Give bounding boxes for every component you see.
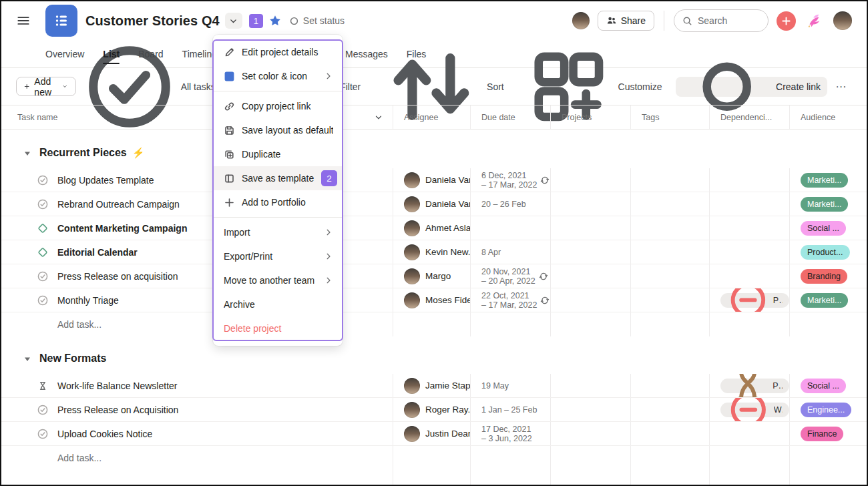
column-header-due-date[interactable]: Due date <box>471 105 551 129</box>
sidebar-toggle-icon[interactable] <box>16 13 31 28</box>
audience-tag[interactable]: Branding <box>801 269 847 284</box>
add-new-button[interactable]: Add new <box>16 77 76 96</box>
column-header-dependenci[interactable]: Dependenci... <box>710 105 790 129</box>
audience-tag[interactable]: Enginee... <box>801 403 851 417</box>
tab-files[interactable]: Files <box>407 40 427 67</box>
assignee-cell[interactable]: Justin Dean <box>393 422 471 445</box>
check-icon[interactable] <box>37 429 48 439</box>
tags-cell[interactable] <box>631 398 710 421</box>
star-icon[interactable] <box>268 14 282 27</box>
triangle-down-icon[interactable] <box>24 356 31 362</box>
projects-cell[interactable] <box>551 288 631 312</box>
dependency-pill[interactable]: Press Rele... <box>720 379 789 393</box>
tags-cell[interactable] <box>631 374 710 397</box>
menu-item-add-to-portfolio[interactable]: Add to Portfolio <box>213 190 343 214</box>
menu-item-save-as-template[interactable]: Save as template2 <box>213 166 343 190</box>
tags-cell[interactable] <box>631 216 710 240</box>
projects-cell[interactable] <box>551 240 631 264</box>
triangle-down-icon[interactable] <box>24 150 31 157</box>
projects-cell[interactable] <box>551 264 631 288</box>
audience-cell[interactable]: Marketi... <box>790 192 867 216</box>
tags-cell[interactable] <box>631 192 710 216</box>
hourglass-icon[interactable] <box>37 381 48 391</box>
assignee-cell[interactable]: Jamie Stap... <box>393 374 471 397</box>
dependencies-cell[interactable] <box>710 264 790 288</box>
audience-tag[interactable]: Finance <box>801 427 843 441</box>
due-date-cell[interactable]: 20 – 26 Feb <box>471 192 551 216</box>
add-task-button[interactable]: Add task... <box>1 446 393 470</box>
menu-item-move-to-another-team[interactable]: Move to another team <box>213 268 343 292</box>
menu-item-edit-project-details[interactable]: Edit project details <box>213 40 343 64</box>
menu-item-archive[interactable]: Archive <box>213 292 343 316</box>
customize-button[interactable]: Customize <box>517 77 669 97</box>
search-input-container[interactable] <box>674 9 769 32</box>
menu-item-delete-project[interactable]: Delete project <box>213 316 343 340</box>
chevron-down-icon[interactable] <box>374 113 383 122</box>
collaborator-avatar[interactable] <box>572 12 590 29</box>
audience-tag[interactable]: Marketi... <box>801 197 848 212</box>
tab-messages[interactable]: Messages <box>345 40 388 67</box>
audience-cell[interactable]: Branding <box>790 264 867 288</box>
assignee-cell[interactable]: Ahmet Aslan <box>393 216 471 240</box>
due-date-cell[interactable]: 20 Nov, 2021– 20 Apr, 2022 <box>471 264 551 288</box>
check-icon[interactable] <box>37 271 48 282</box>
menu-item-duplicate[interactable]: Duplicate <box>213 142 343 166</box>
dependency-pill[interactable]: PRINT - R... <box>720 293 789 308</box>
tags-cell[interactable] <box>631 288 710 312</box>
audience-cell[interactable]: Social ... <box>790 374 867 397</box>
check-icon[interactable] <box>37 405 48 415</box>
audience-tag[interactable]: Social ... <box>801 221 846 236</box>
dependencies-cell[interactable]: Work-life ... <box>710 398 790 421</box>
assignee-cell[interactable]: Roger Ray... <box>393 398 471 421</box>
menu-item-save-layout-as-default[interactable]: Save layout as default <box>213 118 343 142</box>
tags-cell[interactable] <box>631 240 710 264</box>
tab-timeline[interactable]: Timeline <box>182 40 217 67</box>
audience-cell[interactable]: Enginee... <box>790 398 867 421</box>
assignee-cell[interactable]: Moses Fidel <box>393 288 471 312</box>
more-options-button[interactable]: … <box>834 77 852 97</box>
projects-cell[interactable] <box>551 192 631 216</box>
audience-cell[interactable]: Social ... <box>790 216 867 240</box>
task-name-cell[interactable]: Press Release on Acquisition <box>1 398 393 421</box>
column-header-assignee[interactable]: Assignee <box>393 105 471 129</box>
all-tasks-button[interactable]: All tasks <box>76 77 222 97</box>
due-date-cell[interactable]: 6 Dec, 2021– 17 Mar, 2022 <box>471 168 551 192</box>
due-date-cell[interactable] <box>471 216 551 240</box>
projects-cell[interactable] <box>551 398 631 421</box>
dependencies-cell[interactable] <box>710 216 790 240</box>
tab-list[interactable]: List <box>103 40 120 67</box>
tags-cell[interactable] <box>631 422 710 445</box>
create-button[interactable] <box>777 11 796 31</box>
milestone-icon[interactable] <box>37 223 48 234</box>
menu-item-set-color-icon[interactable]: Set color & icon <box>213 64 343 88</box>
assignee-cell[interactable]: Daniela Var... <box>393 168 471 192</box>
tab-board[interactable]: Board <box>138 40 163 67</box>
due-date-cell[interactable]: 17 Dec, 2021– 3 Jun, 2022 <box>471 422 551 445</box>
check-icon[interactable] <box>37 175 48 186</box>
dependencies-cell[interactable] <box>710 192 790 216</box>
projects-cell[interactable] <box>551 374 631 397</box>
due-date-cell[interactable]: 22 Oct, 2021– 17 Mar, 2022 <box>471 288 551 312</box>
task-name-cell[interactable]: Work-life Balance Newsletter <box>1 374 393 397</box>
menu-item-import[interactable]: Import <box>213 220 343 244</box>
due-date-cell[interactable]: 1 Jan – 25 Feb <box>471 398 551 421</box>
audience-cell[interactable]: Finance <box>790 422 867 445</box>
user-avatar[interactable] <box>833 11 852 30</box>
share-button[interactable]: Share <box>598 11 654 31</box>
projects-cell[interactable] <box>551 216 631 240</box>
assignee-cell[interactable]: Kevin New... <box>393 240 471 264</box>
audience-tag[interactable]: Marketi... <box>801 173 848 188</box>
assignee-cell[interactable]: Margo <box>393 264 471 288</box>
set-status-button[interactable]: Set status <box>290 15 345 26</box>
milestone-icon[interactable] <box>37 247 48 258</box>
assignee-cell[interactable]: Daniela Var... <box>393 192 471 216</box>
column-header-projects[interactable]: Projects <box>551 105 631 129</box>
project-icon[interactable] <box>45 5 77 37</box>
audience-cell[interactable]: Marketi... <box>790 288 867 312</box>
tags-cell[interactable] <box>631 168 710 192</box>
projects-cell[interactable] <box>551 422 631 445</box>
tags-cell[interactable] <box>631 264 710 288</box>
check-icon[interactable] <box>37 295 48 306</box>
audience-tag[interactable]: Social ... <box>801 379 846 393</box>
create-link-button[interactable]: Create link <box>676 77 827 97</box>
